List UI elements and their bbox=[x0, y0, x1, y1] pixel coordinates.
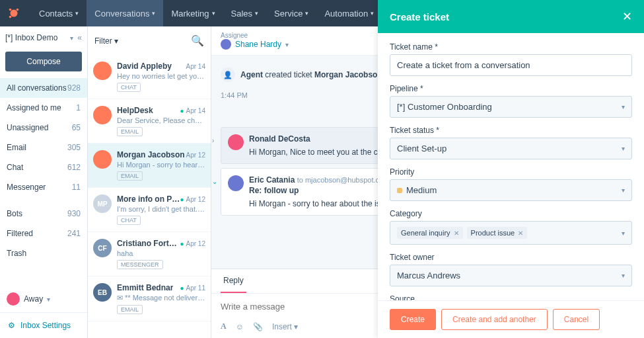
nav-contacts[interactable]: Contacts▾ bbox=[31, 0, 87, 26]
conversation-preview: Dear Service, Please change your… bbox=[117, 116, 205, 124]
chevron-down-icon[interactable]: ⌄ bbox=[212, 178, 217, 185]
inbox-sidebar: [*] Inbox Demo ▾ « Compose All conversat… bbox=[0, 26, 88, 338]
text-format-icon[interactable]: A bbox=[221, 321, 227, 331]
insert-dropdown[interactable]: Insert ▾ bbox=[272, 322, 298, 331]
search-icon[interactable]: 🔍 bbox=[191, 34, 204, 47]
source-label: Source bbox=[390, 294, 632, 300]
emoji-icon[interactable]: ☺ bbox=[236, 322, 244, 331]
chevron-right-icon[interactable]: › bbox=[212, 137, 214, 144]
sidebar-item-assigned[interactable]: Assigned to me1 bbox=[0, 98, 87, 118]
agent-icon: 👤 bbox=[221, 67, 235, 82]
channel-tag: EMAIL bbox=[117, 305, 143, 314]
nav-sales[interactable]: Sales▾ bbox=[223, 0, 267, 26]
category-tag: General inquiry✕ bbox=[397, 227, 463, 239]
status-select[interactable]: Client Set-up▾ bbox=[390, 138, 632, 159]
owner-label: Ticket owner bbox=[390, 253, 632, 262]
conversation-avatar bbox=[93, 150, 112, 169]
sender-avatar bbox=[228, 134, 244, 150]
ticket-name-label: Ticket name * bbox=[390, 42, 632, 52]
conversation-name: More info on Produ… bbox=[117, 194, 180, 204]
sidebar-item-bots[interactable]: Bots930 bbox=[0, 204, 87, 224]
conversation-preview: ✉ ** Message not delivered ** W… bbox=[117, 294, 205, 302]
svg-point-1 bbox=[17, 9, 19, 11]
conversation-name: Morgan Jacobson bbox=[117, 150, 185, 159]
conversation-date: Apr 11 bbox=[180, 284, 205, 292]
conversation-list: Filter ▾ 🔍 David ApplebyApr 14 Hey no wo… bbox=[88, 26, 211, 338]
chevron-down-icon[interactable]: ▾ bbox=[70, 34, 73, 42]
inbox-title[interactable]: [*] Inbox Demo bbox=[5, 33, 66, 42]
sidebar-item-email[interactable]: Email305 bbox=[0, 138, 87, 157]
reply-tab[interactable]: Reply bbox=[221, 269, 246, 293]
conversation-date: Apr 14 bbox=[180, 107, 205, 114]
channel-tag: EMAIL bbox=[117, 171, 143, 181]
conversation-date: Apr 12 bbox=[180, 196, 205, 203]
create-button[interactable]: Create bbox=[390, 309, 436, 330]
channel-tag: MESSENGER bbox=[117, 260, 163, 269]
svg-point-3 bbox=[9, 16, 12, 19]
user-avatar bbox=[7, 292, 20, 306]
sidebar-item-all[interactable]: All conversations928 bbox=[0, 78, 87, 98]
conversation-avatar: CF bbox=[93, 239, 112, 257]
priority-label: Priority bbox=[390, 167, 632, 177]
conversation-avatar: EB bbox=[93, 283, 112, 302]
collapse-icon[interactable]: « bbox=[77, 33, 82, 42]
conversation-item[interactable]: HelpDeskApr 14 Dear Service, Please chan… bbox=[88, 99, 211, 144]
filter-dropdown[interactable]: Filter ▾ bbox=[94, 36, 118, 46]
sidebar-item-messenger[interactable]: Messenger11 bbox=[0, 177, 87, 197]
sidebar-item-filtered[interactable]: Filtered241 bbox=[0, 224, 87, 243]
category-tag: Product issue✕ bbox=[467, 227, 528, 239]
modal-title: Create ticket bbox=[390, 11, 449, 22]
status-label: Ticket status * bbox=[390, 126, 632, 135]
close-icon[interactable]: ✕ bbox=[622, 9, 632, 24]
conversation-item[interactable]: CF Cristiano FortestApr 12 haha MESSENGE… bbox=[88, 232, 211, 276]
conversation-name: Cristiano Fortest bbox=[117, 239, 180, 248]
conversation-preview: I'm sorry, I didn't get that. Try aga… bbox=[117, 205, 205, 213]
pipeline-select[interactable]: [*] Customer Onboarding▾ bbox=[390, 96, 632, 118]
conversation-preview: Hi Morgan - sorry to hear about th… bbox=[117, 161, 205, 169]
nav-marketing[interactable]: Marketing▾ bbox=[163, 0, 223, 26]
sender-avatar bbox=[228, 175, 244, 191]
nav-service[interactable]: Service▾ bbox=[266, 0, 316, 26]
assignee-avatar bbox=[221, 39, 231, 50]
conversation-item[interactable]: MP More info on Produ…Apr 12 I'm sorry, … bbox=[88, 188, 211, 232]
owner-select[interactable]: Marcus Andrews▾ bbox=[390, 265, 632, 286]
conversation-preview: Hey no worries let get you in cont… bbox=[117, 72, 205, 80]
conversation-date: Apr 14 bbox=[186, 63, 205, 70]
conversation-avatar bbox=[93, 106, 112, 124]
sidebar-item-chat[interactable]: Chat612 bbox=[0, 157, 87, 177]
hubspot-logo bbox=[7, 6, 21, 21]
channel-tag: EMAIL bbox=[117, 127, 143, 136]
sidebar-item-unassigned[interactable]: Unassigned65 bbox=[0, 118, 87, 138]
remove-tag-icon[interactable]: ✕ bbox=[454, 230, 459, 237]
category-label: Category bbox=[390, 209, 632, 218]
conversation-item[interactable]: EB Emmitt BednarApr 11 ✉ ** Message not … bbox=[88, 276, 211, 321]
nav-conversations[interactable]: Conversations▾ bbox=[87, 0, 163, 26]
conversation-avatar: MP bbox=[93, 194, 112, 213]
priority-select[interactable]: Medium▾ bbox=[390, 179, 632, 201]
gear-icon: ⚙ bbox=[8, 321, 15, 330]
cancel-button[interactable]: Cancel bbox=[553, 309, 600, 330]
remove-tag-icon[interactable]: ✕ bbox=[518, 230, 523, 237]
user-status[interactable]: Away▾ bbox=[0, 286, 87, 312]
inbox-settings[interactable]: ⚙ Inbox Settings bbox=[0, 312, 87, 338]
channel-tag: CHAT bbox=[117, 83, 141, 92]
conversation-name: David Appleby bbox=[117, 62, 172, 71]
conversation-date: Apr 12 bbox=[186, 151, 205, 159]
conversation-item[interactable]: David ApplebyApr 14 Hey no worries let g… bbox=[88, 55, 211, 99]
channel-tag: CHAT bbox=[117, 216, 141, 225]
svg-point-2 bbox=[9, 9, 12, 11]
conversation-date: Apr 12 bbox=[180, 240, 205, 247]
compose-button[interactable]: Compose bbox=[5, 52, 82, 71]
pipeline-label: Pipeline * bbox=[390, 84, 632, 93]
sidebar-item-trash[interactable]: Trash bbox=[0, 243, 87, 263]
conversation-item[interactable]: Morgan JacobsonApr 12 Hi Morgan - sorry … bbox=[88, 144, 211, 188]
conversation-preview: haha bbox=[117, 249, 205, 257]
attachment-icon[interactable]: 📎 bbox=[253, 322, 263, 331]
ticket-name-input[interactable] bbox=[390, 54, 632, 76]
category-select[interactable]: General inquiry✕ Product issue✕ ▾ bbox=[390, 221, 632, 245]
nav-automation[interactable]: Automation▾ bbox=[316, 0, 382, 26]
conversation-avatar bbox=[93, 62, 112, 80]
conversation-name: Emmitt Bednar bbox=[117, 283, 173, 292]
conversation-name: HelpDesk bbox=[117, 106, 153, 115]
create-another-button[interactable]: Create and add another bbox=[441, 309, 548, 330]
